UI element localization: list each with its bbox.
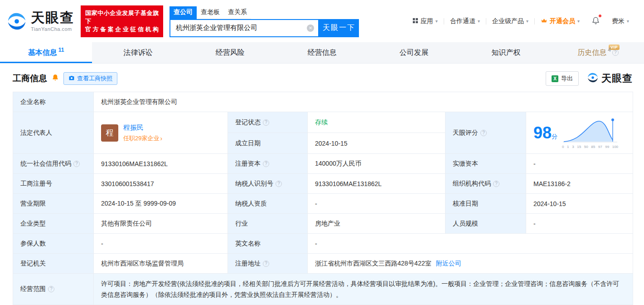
help-icon[interactable] [73,161,80,167]
section-bar: 工商信息 查看工商快照 导出 天眼查 [0,64,644,92]
company-nav-tabs: 基本信息 11 法律诉讼 经营风险 经营信息 公司发展 知识产权 VIP 历史信… [0,42,644,64]
value-taxpayer-id: 91330106MAE131862L [308,174,445,194]
score-axis-ticks: 0131550859799100 [562,145,618,149]
clear-search-icon[interactable] [307,25,314,32]
value-company-type: 其他有限责任公司 [94,214,228,234]
chevron-down-icon [526,19,528,24]
nav-enterprise-label: 企业级产品 [492,17,524,25]
notification-dot [599,15,601,17]
help-icon[interactable] [263,119,269,126]
search-input[interactable] [170,20,318,36]
help-icon[interactable] [263,161,269,167]
label-business-term: 营业期限 [13,194,94,214]
nav-notifications[interactable] [586,16,606,26]
tab-company-development[interactable]: 公司发展 [368,42,460,63]
tab-label: 经营风险 [216,48,245,58]
value-registered-address: 浙江省杭州市西湖区文三西路428号422室附近公司 [308,254,633,274]
value-tianyan-score[interactable]: 98分 0131550859799100 [526,112,633,154]
tab-basic-info[interactable]: 基本信息 11 [0,42,92,63]
chevron-down-icon [436,19,438,24]
score-number: 98分 [533,123,557,143]
label-credit-code: 统一社会信用代码 [13,154,94,174]
help-icon[interactable] [48,286,54,292]
tab-count: 11 [58,47,64,53]
export-button[interactable]: 导出 [546,71,579,86]
nav-enterprise-products[interactable]: 企业级产品 [486,17,534,25]
label-paid-in-capital: 实缴资本 [445,154,526,174]
crown-icon [541,18,547,25]
label-registered-capital: 注册资本 [228,154,308,174]
subscribe-bell-icon[interactable] [52,74,59,83]
chevron-down-icon [577,19,580,24]
tianyancha-watermark-icon [587,72,599,85]
label-legal-representative: 法定代表人 [13,112,94,154]
tab-count: 4 [608,47,611,53]
tab-operating-risk[interactable]: 经营风险 [184,42,276,63]
brand-domain: TianYanCha.com [31,26,74,32]
legal-rep-avatar[interactable]: 程 [101,124,118,142]
chevron-down-icon [478,19,480,24]
nav-apps-label: 应用 [421,17,433,25]
value-paid-in-capital: - [526,154,633,174]
value-registered-capital: 140000万人民币 [308,154,445,174]
search-tab-relation[interactable]: 查关系 [224,6,251,19]
tianyancha-watermark-text: 天眼查 [601,72,633,85]
snapshot-button[interactable]: 查看工商快照 [63,72,117,85]
tab-label: 经营信息 [308,48,337,58]
value-insured-count: - [94,234,228,254]
label-taxpayer-qualification: 纳税人资质 [228,194,308,214]
tianyancha-logo-icon [6,11,27,32]
rep-companies-link[interactable]: 任职29家企业 [123,134,162,143]
tianyancha-logo[interactable]: 天眼查 TianYanCha.com [6,11,74,32]
chevron-down-icon [627,19,629,24]
value-business-scope: 许可项目：房地产开发经营(依法须经批准的项目，经相关部门批准后方可开展经营活动，… [94,274,633,305]
search-area: 查公司 查老板 查关系 天眼一下 [169,5,359,37]
value-approval-date: 2024-10-15 [526,194,633,214]
excel-icon [552,75,558,82]
label-industry: 行业 [228,214,308,234]
help-icon[interactable] [276,181,282,187]
legal-rep-name-link[interactable]: 程振民 [123,123,162,132]
label-approval-date: 核准日期 [445,194,526,214]
tab-label: 历史信息 [577,48,606,58]
search-button[interactable]: 天眼一下 [319,19,359,37]
help-icon[interactable] [493,181,499,187]
bell-icon [591,16,600,26]
value-legal-representative: 程 程振民 任职29家企业 [94,112,228,154]
nav-user-menu[interactable]: 费米 [606,17,635,25]
nav-vip-label: 开通会员 [550,17,575,25]
tab-operating-info[interactable]: 经营信息 [276,42,368,63]
value-industry: 房地产业 [308,214,445,234]
search-tab-boss[interactable]: 查老板 [197,6,224,19]
value-credit-code: 91330106MAE131862L [94,154,228,174]
tab-intellectual-property[interactable]: 知识产权 [460,42,552,63]
label-english-name: 英文名称 [228,234,308,254]
search-box [169,19,319,37]
nav-partner[interactable]: 合作通道 [444,17,486,25]
value-staff-size: - [526,214,633,234]
certification-badge: 国家中小企业发展子基金旗下 官方备案企业征信机构 [81,5,163,37]
top-nav: 应用 合作通道 企业级产品 开通会员 费米 [407,16,635,26]
help-icon[interactable] [612,49,619,56]
label-business-scope: 经营范围 [13,274,94,305]
tab-legal-proceedings[interactable]: 法律诉讼 [92,42,184,63]
label-organization-code: 组织机构代码 [445,174,526,194]
help-icon[interactable] [263,261,269,267]
search-tab-company[interactable]: 查公司 [169,6,197,19]
certification-badge-line2: 官方备案企业征信机构 [85,25,159,34]
nearby-companies-link[interactable]: 附近公司 [436,260,461,267]
label-registration-authority: 登记机关 [13,254,94,274]
help-icon[interactable] [480,130,487,136]
value-english-name: - [308,234,633,254]
snapshot-button-label: 查看工商快照 [77,74,112,83]
apps-grid-icon [412,18,418,25]
value-taxpayer-qualification: - [308,194,445,214]
nav-apps[interactable]: 应用 [407,17,444,25]
value-registration-number: 330106001538417 [94,174,228,194]
label-registration-number: 工商注册号 [13,174,94,194]
tab-history-info[interactable]: VIP 历史信息 4 [552,42,644,63]
value-organization-code: MAE13186-2 [526,174,633,194]
nav-open-vip[interactable]: 开通会员 [535,17,586,25]
chevron-right-icon [159,135,162,142]
business-info-table: 企业名称 杭州浙英企业管理有限公司 法定代表人 程 程振民 任职29家企业 登记… [13,92,633,305]
